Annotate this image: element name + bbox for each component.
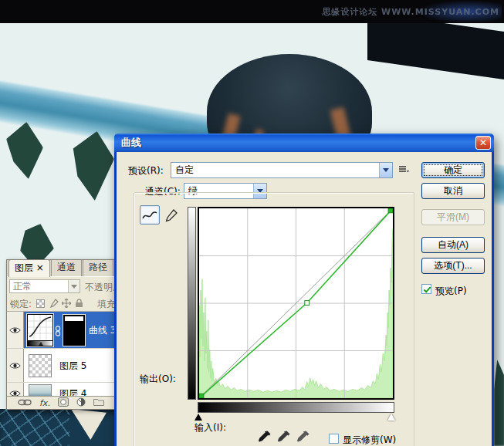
tab-channels-label: 通道	[57, 262, 76, 272]
visibility-toggle[interactable]	[7, 312, 24, 348]
curve-tool-icon	[142, 210, 157, 221]
preset-value: 自定	[171, 164, 379, 177]
dialog-title: 曲线	[121, 136, 475, 150]
gray-point-eyedropper-icon[interactable]	[277, 430, 291, 444]
output-gradient-bar	[188, 207, 196, 400]
mask-link-icon[interactable]	[55, 326, 61, 339]
adjustment-layer-icon[interactable]	[76, 397, 86, 409]
layers-panel: 图层 × 通道 路径 正常 不透明度 锁定:	[6, 259, 115, 410]
jacket-pattern	[0, 409, 69, 446]
tab-close-icon[interactable]: ×	[36, 262, 44, 273]
layer-row-curves3[interactable]: 曲线 3	[7, 312, 114, 349]
preview-label: 预览(P)	[435, 285, 467, 298]
layer-name: 图层 5	[59, 359, 86, 372]
tab-channels[interactable]: 通道	[51, 259, 82, 276]
layers-list: 曲线 3 图层 5 图层 4	[7, 311, 114, 404]
preset-dropdown[interactable]: 自定	[171, 162, 393, 178]
eye-icon	[9, 326, 21, 334]
show-clipping-checkbox[interactable]	[329, 434, 339, 444]
edit-points-tool[interactable]	[140, 205, 160, 225]
show-clipping-label: 显示修剪(W)	[343, 434, 396, 446]
photoshop-workspace: 思缘设计论坛 WWW.MISSYUAN.COM 图层 × 通道 路径 正常	[0, 0, 504, 446]
new-group-icon[interactable]	[93, 397, 104, 408]
smooth-button: 平滑(M)	[421, 209, 485, 225]
preview-checkbox[interactable]	[421, 284, 431, 294]
tab-paths[interactable]: 路径	[83, 259, 113, 276]
close-icon[interactable]: ✕	[475, 136, 491, 150]
tab-layers-label: 图层	[15, 262, 33, 273]
chevron-down-icon[interactable]	[68, 280, 79, 292]
ok-button[interactable]: 确定	[421, 162, 485, 178]
dialog-titlebar[interactable]: 曲线 ✕	[114, 133, 494, 152]
add-mask-icon[interactable]	[58, 397, 69, 409]
tab-layers[interactable]: 图层 ×	[8, 259, 50, 277]
layer-style-icon[interactable]: fx.	[39, 398, 50, 408]
curve-grid[interactable]	[198, 207, 394, 400]
fill-label: 填充:	[97, 298, 115, 311]
leaf-shape	[71, 131, 114, 201]
blend-mode-select[interactable]: 正常	[9, 279, 80, 293]
watermark-site: 思缘设计论坛	[322, 7, 377, 17]
layer-mask-thumbnail[interactable]	[63, 315, 85, 346]
lock-position-icon[interactable]	[61, 298, 72, 309]
lock-label: 锁定:	[10, 298, 32, 311]
lock-paint-icon[interactable]	[49, 298, 59, 309]
link-layers-icon[interactable]	[18, 397, 32, 408]
curves-thumb-graph	[28, 315, 52, 340]
input-label: 输入(I):	[194, 421, 226, 434]
eye-icon	[9, 362, 21, 370]
opacity-label: 不透明度	[85, 281, 115, 294]
curves-adjustment-thumbnail[interactable]	[27, 314, 53, 346]
curves-thumb-slider	[28, 340, 52, 346]
input-gradient-bar	[198, 402, 394, 413]
leaf-shape	[494, 360, 504, 446]
chevron-down-icon[interactable]	[379, 163, 392, 177]
highlight-input-slider[interactable]	[387, 414, 395, 421]
panel-tabs: 图层 × 通道 路径	[7, 260, 114, 276]
watermark-url: WWW.MISSYUAN.COM	[381, 7, 499, 17]
auto-button[interactable]: 自动(A)	[421, 237, 485, 253]
layer-row-layer5[interactable]: 图层 5	[7, 349, 114, 383]
watermark: 思缘设计论坛 WWW.MISSYUAN.COM	[322, 6, 499, 18]
layer-thumbnail-transparent[interactable]	[29, 354, 52, 377]
blend-mode-value: 正常	[10, 280, 68, 293]
tab-paths-label: 路径	[89, 262, 107, 272]
options-button[interactable]: 选项(T)...	[421, 258, 485, 274]
panel-controls: 正常 不透明度 锁定: 填充:	[7, 276, 114, 311]
white-point-eyedropper-icon[interactable]	[296, 430, 310, 444]
preset-options-icon[interactable]	[398, 164, 410, 177]
preset-label: 预设(R):	[128, 164, 164, 177]
draw-pencil-tool[interactable]	[161, 205, 181, 225]
visibility-toggle[interactable]	[7, 349, 24, 382]
layer-name: 曲线 3	[89, 323, 115, 336]
output-label: 输出(O):	[140, 373, 176, 386]
panel-bottom-bar: fx.	[7, 396, 114, 409]
shadow-input-slider[interactable]	[194, 414, 202, 421]
leaf-shape	[6, 122, 43, 179]
curves-dialog: 曲线 ✕ 预设(R): 自定 通道(C): 绿	[114, 133, 494, 446]
lock-transparency-icon[interactable]	[35, 298, 46, 309]
cancel-button[interactable]: 取消	[421, 183, 485, 199]
black-point-eyedropper-icon[interactable]	[258, 430, 272, 444]
lock-all-icon[interactable]	[73, 298, 84, 309]
pencil-icon	[164, 208, 178, 222]
